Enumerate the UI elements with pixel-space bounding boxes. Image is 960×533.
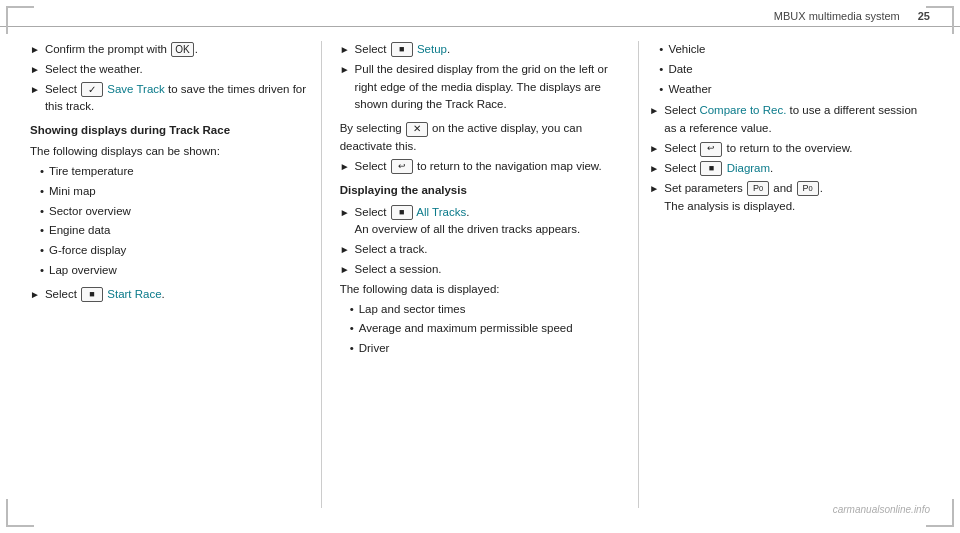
displays-list: Tire temperature Mini map Sector overvie… [40, 163, 311, 280]
item-text: Pull the desired display from the grid o… [355, 61, 621, 114]
list-item: Date [659, 61, 930, 79]
main-content: ► Confirm the prompt with OK. ► Select t… [0, 27, 960, 522]
item-text: Select ■ Start Race. [45, 286, 311, 304]
list-item: Engine data [40, 222, 311, 240]
corner-decoration-tr [926, 6, 954, 34]
arrow-icon: ► [30, 62, 40, 78]
setup-icon-box: ■ [391, 42, 413, 57]
compare-link: Compare to Rec. [699, 104, 786, 116]
item-text: Mini map [49, 183, 96, 201]
ok-icon-box: OK [171, 42, 193, 57]
list-item: Weather [659, 81, 930, 99]
list-item: Lap and sector times [350, 301, 621, 319]
x-icon-box: ✕ [406, 122, 428, 137]
arrow-icon: ► [340, 205, 350, 221]
item-text: Vehicle [668, 41, 705, 59]
arrow-icon: ► [340, 62, 350, 78]
item-text: Lap and sector times [359, 301, 466, 319]
list-item: ► Select ■ Setup. [340, 41, 621, 59]
following-text: The following data is displayed: [340, 281, 621, 299]
corner-decoration-bl [6, 499, 34, 527]
start-race-link: Start Race [107, 288, 161, 300]
all-tracks-link: All Tracks [416, 206, 466, 218]
arrow-icon: ► [649, 181, 659, 197]
data-list: Lap and sector times Average and maximum… [350, 301, 621, 358]
item-text: Tire temperature [49, 163, 134, 181]
section-heading-track-race: Showing displays during Track Race [30, 122, 311, 140]
list-item: ► Confirm the prompt with OK. [30, 41, 311, 59]
item-text: Engine data [49, 222, 110, 240]
return-icon-box: ↩ [391, 159, 413, 174]
arrow-icon: ► [649, 141, 659, 157]
list-item: Sector overview [40, 203, 311, 221]
arrow-icon: ► [30, 42, 40, 58]
column-2: ► Select ■ Setup. ► Pull the desired dis… [321, 41, 640, 508]
watermark: carmanualsonline.info [833, 504, 930, 515]
diagram-link: Diagram [727, 162, 770, 174]
item-text: Lap overview [49, 262, 117, 280]
list-item: G-force display [40, 242, 311, 260]
list-item: ► Select a session. [340, 261, 621, 279]
column-3: Vehicle Date Weather ► Select Compare to… [639, 41, 930, 508]
save-track-icon-box: ✓ [81, 82, 103, 97]
start-race-icon-box: ■ [81, 287, 103, 302]
list-item: ► Select ✓ Save Track to save the times … [30, 81, 311, 117]
list-item: ► Select ■ All Tracks. An overview of al… [340, 204, 621, 240]
col3-dot-list: Vehicle Date Weather [659, 41, 930, 98]
header: MBUX multimedia system 25 [0, 0, 960, 27]
list-item: ► Select ■ Diagram. [649, 160, 930, 178]
p0-icon-box-2: P0 [797, 181, 819, 196]
section-heading-analysis: Displaying the analysis [340, 182, 621, 200]
diagram-icon-box: ■ [700, 161, 722, 176]
item-text: Select ■ Setup. [355, 41, 621, 59]
arrow-icon: ► [340, 42, 350, 58]
item-text: Select ■ All Tracks. An overview of all … [355, 204, 621, 240]
header-title: MBUX multimedia system [774, 10, 900, 22]
item-text: Select ↩ to return to the overview. [664, 140, 930, 158]
arrow-icon: ► [649, 103, 659, 119]
list-item: ► Select ↩ to return to the navigation m… [340, 158, 621, 176]
p0-icon-box-1: P0 [747, 181, 769, 196]
setup-link: Setup [417, 43, 447, 55]
list-item: Lap overview [40, 262, 311, 280]
all-tracks-icon-box: ■ [391, 205, 413, 220]
arrow-icon: ► [30, 82, 40, 98]
item-text: Select Compare to Rec. to use a differen… [664, 102, 930, 138]
item-text: Average and maximum permissible speed [359, 320, 573, 338]
corner-decoration-br [926, 499, 954, 527]
deactivate-para: By selecting ✕ on the active display, yo… [340, 120, 621, 156]
arrow-icon: ► [649, 161, 659, 177]
item-text: Select the weather. [45, 61, 311, 79]
arrow-icon: ► [340, 159, 350, 175]
item-text: Select ✓ Save Track to save the times dr… [45, 81, 311, 117]
list-item: Driver [350, 340, 621, 358]
list-item: Vehicle [659, 41, 930, 59]
item-text: Driver [359, 340, 390, 358]
item-text: Select a session. [355, 261, 621, 279]
arrow-icon: ► [340, 262, 350, 278]
item-text: G-force display [49, 242, 126, 260]
item-text: Set parameters P0 and P0. The analysis i… [664, 180, 930, 216]
item-text: Weather [668, 81, 711, 99]
section-intro: The following displays can be shown: [30, 143, 311, 161]
list-item: ► Pull the desired display from the grid… [340, 61, 621, 114]
save-track-link: Save Track [107, 83, 165, 95]
item-text: Confirm the prompt with OK. [45, 41, 311, 59]
item-text: Sector overview [49, 203, 131, 221]
item-text: Select a track. [355, 241, 621, 259]
list-item: ► Select ↩ to return to the overview. [649, 140, 930, 158]
list-item: ► Select the weather. [30, 61, 311, 79]
list-item: ► Select Compare to Rec. to use a differ… [649, 102, 930, 138]
page: MBUX multimedia system 25 ► Confirm the … [0, 0, 960, 533]
overview-icon-box: ↩ [700, 142, 722, 157]
item-text: Select ↩ to return to the navigation map… [355, 158, 621, 176]
list-item: Mini map [40, 183, 311, 201]
item-text: Select ■ Diagram. [664, 160, 930, 178]
list-item: ► Set parameters P0 and P0. The analysis… [649, 180, 930, 216]
list-item: ► Select a track. [340, 241, 621, 259]
list-item: ► Select ■ Start Race. [30, 286, 311, 304]
column-1: ► Confirm the prompt with OK. ► Select t… [30, 41, 321, 508]
arrow-icon: ► [340, 242, 350, 258]
item-text: Date [668, 61, 692, 79]
arrow-icon: ► [30, 287, 40, 303]
